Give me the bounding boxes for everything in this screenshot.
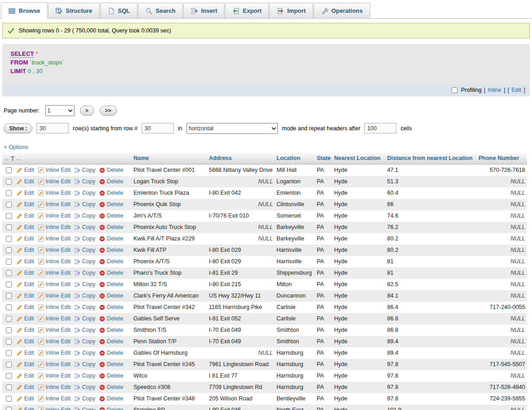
copy-link[interactable]: Copy (82, 373, 95, 379)
tab-operations[interactable]: Operations (314, 3, 370, 18)
delete-link[interactable]: Delete (107, 327, 123, 333)
row-checkbox[interactable] (6, 224, 12, 230)
copy-link[interactable]: Copy (82, 327, 95, 333)
inline-edit-link[interactable]: Inline Edit (46, 304, 71, 310)
copy-link[interactable]: Copy (82, 224, 95, 230)
inline-edit-link[interactable]: Inline Edit (46, 224, 71, 230)
row-checkbox[interactable] (6, 373, 12, 379)
delete-link[interactable]: Delete (107, 373, 123, 379)
column-header-phone[interactable]: Phone Number (477, 153, 527, 165)
inline-edit-link[interactable]: Inline Edit (46, 247, 71, 253)
edit-link[interactable]: Edit (24, 281, 34, 288)
edit-link[interactable]: Edit (24, 247, 34, 253)
delete-link[interactable]: Delete (107, 407, 123, 410)
inline-edit-link[interactable]: Inline Edit (46, 361, 71, 367)
copy-link[interactable]: Copy (82, 395, 95, 402)
inline-edit-link[interactable]: Inline Edit (46, 384, 71, 390)
inline-edit-link[interactable]: Inline Edit (46, 201, 71, 208)
edit-link[interactable]: Edit (24, 167, 34, 173)
copy-link[interactable]: Copy (82, 293, 95, 299)
delete-link[interactable]: Delete (107, 395, 123, 402)
tab-import[interactable]: Import (269, 3, 313, 18)
copy-link[interactable]: Copy (82, 178, 95, 185)
show-button[interactable]: Show : (4, 123, 32, 133)
left-arrow-icon[interactable]: ← (4, 155, 11, 162)
delete-link[interactable]: Delete (107, 178, 123, 185)
copy-link[interactable]: Copy (82, 304, 95, 310)
row-checkbox[interactable] (6, 282, 12, 288)
delete-link[interactable]: Delete (107, 304, 123, 310)
edit-link[interactable]: Edit (24, 384, 34, 390)
edit-link[interactable]: Edit (24, 201, 34, 208)
copy-link[interactable]: Copy (82, 281, 95, 288)
copy-link[interactable]: Copy (82, 384, 95, 390)
inline-edit-link[interactable]: Inline Edit (46, 258, 71, 265)
copy-link[interactable]: Copy (82, 338, 95, 345)
inline-edit-link[interactable]: Inline Edit (46, 373, 71, 379)
delete-link[interactable]: Delete (107, 213, 123, 219)
inline-edit-link[interactable]: Inline Edit (46, 350, 71, 356)
edit-link[interactable]: Edit (24, 293, 34, 299)
row-checkbox[interactable] (6, 407, 12, 410)
copy-link[interactable]: Copy (82, 167, 95, 173)
inline-edit-link[interactable]: Inline Edit (46, 293, 71, 299)
row-checkbox[interactable] (6, 179, 12, 185)
inline-edit-link[interactable]: Inline Edit (46, 338, 71, 345)
delete-link[interactable]: Delete (107, 167, 123, 173)
row-checkbox[interactable] (6, 396, 12, 402)
tee-icon[interactable]: T (11, 154, 15, 162)
tab-search[interactable]: Search (138, 3, 183, 18)
page-number-select[interactable]: 1 (45, 105, 74, 116)
delete-link[interactable]: Delete (107, 361, 123, 367)
delete-link[interactable]: Delete (107, 247, 123, 253)
row-count-input[interactable] (37, 123, 69, 133)
row-checkbox[interactable] (6, 190, 12, 196)
delete-link[interactable]: Delete (107, 293, 123, 299)
row-checkbox[interactable] (6, 213, 12, 219)
delete-link[interactable]: Delete (107, 258, 123, 265)
delete-link[interactable]: Delete (107, 235, 123, 242)
row-checkbox[interactable] (6, 236, 12, 242)
right-arrow-icon[interactable]: → (15, 155, 21, 162)
edit-link[interactable]: Edit (24, 304, 34, 310)
options-toggle-link[interactable]: + Options (4, 144, 28, 150)
inline-edit-link[interactable]: Inline Edit (46, 395, 71, 402)
column-header-state[interactable]: State (315, 153, 332, 165)
edit-link[interactable]: Edit (24, 338, 34, 345)
edit-link[interactable]: Edit (24, 315, 34, 322)
row-checkbox[interactable] (6, 339, 12, 345)
repeat-headers-input[interactable] (364, 123, 396, 133)
edit-link[interactable]: Edit (24, 213, 34, 219)
tab-insert[interactable]: Insert (183, 3, 224, 18)
copy-link[interactable]: Copy (82, 235, 95, 242)
delete-link[interactable]: Delete (107, 350, 123, 356)
delete-link[interactable]: Delete (107, 270, 123, 276)
inline-edit-link[interactable]: Inline Edit (46, 178, 71, 185)
row-checkbox[interactable] (6, 362, 12, 367)
inline-edit-link[interactable]: Inline Edit (46, 407, 71, 410)
row-checkbox[interactable] (6, 316, 12, 322)
edit-link[interactable]: Edit (24, 258, 34, 265)
copy-link[interactable]: Copy (82, 213, 95, 219)
delete-link[interactable]: Delete (107, 315, 123, 322)
row-checkbox[interactable] (6, 270, 12, 276)
edit-link[interactable]: Edit (24, 350, 34, 356)
row-checkbox[interactable] (6, 327, 12, 333)
delete-link[interactable]: Delete (107, 201, 123, 208)
copy-link[interactable]: Copy (82, 315, 95, 322)
column-header-address[interactable]: Address (207, 153, 275, 165)
row-checkbox[interactable] (6, 304, 12, 310)
row-checkbox[interactable] (6, 384, 12, 390)
tab-browse[interactable]: Browse (1, 2, 48, 19)
edit-link[interactable]: Edit (24, 224, 34, 230)
copy-link[interactable]: Copy (82, 190, 95, 196)
inline-edit-link[interactable]: Inline Edit (46, 190, 71, 196)
copy-link[interactable]: Copy (82, 407, 95, 410)
inline-edit-link[interactable]: Inline Edit (46, 281, 71, 288)
row-checkbox[interactable] (6, 167, 12, 173)
row-checkbox[interactable] (6, 202, 12, 208)
copy-link[interactable]: Copy (82, 361, 95, 367)
edit-link[interactable]: Edit (24, 327, 34, 333)
next-page-button[interactable]: > (80, 106, 94, 116)
column-header-distance[interactable]: Distance from nearest Location (385, 153, 477, 165)
